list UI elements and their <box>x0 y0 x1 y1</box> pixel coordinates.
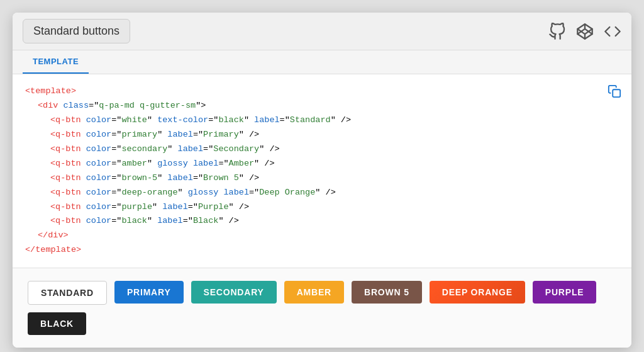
main-window: Standard buttons <box>13 13 631 348</box>
codepen-icon[interactable] <box>576 23 594 40</box>
title-bar: Standard buttons <box>13 13 631 50</box>
github-icon[interactable] <box>548 23 566 40</box>
tab-bar: TEMPLATE <box>13 50 631 74</box>
code-line-6: <q-btn color="amber" glossy label="Amber… <box>25 157 619 171</box>
copy-button[interactable] <box>605 82 624 103</box>
code-line-10: <q-btn color="black" label="Black" /> <box>25 214 619 229</box>
code-line-3: <q-btn color="white" text-color="black" … <box>25 113 619 128</box>
code-editor: <template> <div class="q-pa-md q-gutter-… <box>13 74 631 268</box>
preview-area: STANDARD PRIMARY SECONDARY AMBER BROWN 5… <box>13 268 631 348</box>
button-black[interactable]: BLACK <box>28 312 86 335</box>
tab-template[interactable]: TEMPLATE <box>23 50 89 74</box>
button-purple[interactable]: PURPLE <box>533 281 597 304</box>
code-line-12: </template> <box>25 243 619 258</box>
code-line-4: <q-btn color="primary" label="Primary" /… <box>25 128 619 142</box>
code-line-8: <q-btn color="deep-orange" glossy label=… <box>25 186 619 200</box>
svg-rect-3 <box>613 89 620 97</box>
code-line-1: <template> <box>25 84 619 99</box>
window-title: Standard buttons <box>23 19 130 43</box>
button-amber[interactable]: AMBER <box>284 281 344 304</box>
code-line-11: </div> <box>25 229 619 243</box>
button-deep-orange[interactable]: DEEP ORANGE <box>430 281 525 304</box>
button-brown5[interactable]: BROWN 5 <box>352 281 422 304</box>
embed-code-icon[interactable] <box>604 23 621 40</box>
code-line-9: <q-btn color="purple" label="Purple" /> <box>25 200 619 215</box>
title-icons <box>548 23 621 40</box>
button-secondary[interactable]: SECONDARY <box>191 281 277 304</box>
code-line-2: <div class="q-pa-md q-gutter-sm"> <box>25 99 619 113</box>
code-line-7: <q-btn color="brown-5" label="Brown 5" /… <box>25 171 619 186</box>
code-line-5: <q-btn color="secondary" label="Secondar… <box>25 142 619 157</box>
button-primary[interactable]: PRIMARY <box>114 281 184 304</box>
button-standard[interactable]: STANDARD <box>28 281 107 305</box>
